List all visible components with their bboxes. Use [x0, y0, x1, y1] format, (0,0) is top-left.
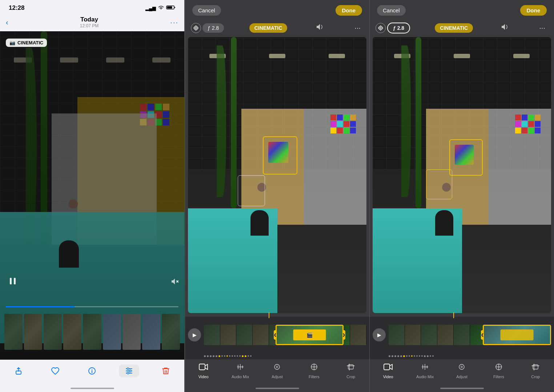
done-button[interactable]: Done: [336, 5, 362, 16]
tracking-box-yellow-3: [426, 169, 452, 199]
bottom-toolbar: [0, 360, 184, 386]
filmstrip-thumb: [83, 314, 101, 350]
photos-viewer-panel: 12:28 ▂▄▆ ‹ Today 12:07 PM ···: [0, 0, 185, 392]
selection-handle-left[interactable]: ❮: [274, 330, 277, 340]
color-panel: [344, 128, 349, 133]
timeline-thumb: [220, 325, 237, 345]
filmstrip-thumb: [123, 314, 141, 350]
svg-rect-42: [384, 364, 390, 370]
tab-audio-mix-3[interactable]: Audio Mix: [414, 363, 436, 379]
tab-filters-3[interactable]: Filters: [488, 363, 510, 379]
scene-light: [329, 54, 345, 58]
video-frame-3[interactable]: [373, 37, 551, 313]
tracking-box-white: [238, 175, 265, 206]
volume-button-3[interactable]: [498, 21, 511, 34]
crop-tab-label-3: Crop: [531, 375, 540, 379]
timeline-dot: [239, 355, 241, 357]
delete-button[interactable]: [156, 364, 176, 377]
back-button[interactable]: ‹: [6, 18, 8, 27]
cancel-button[interactable]: Cancel: [192, 5, 221, 16]
cinematic-mode-button[interactable]: CINEMATIC: [249, 23, 288, 33]
svg-rect-1: [174, 7, 175, 8]
timeline-dot-active: [242, 355, 244, 357]
audio-mix-tab-label: Audio Mix: [232, 375, 249, 379]
adjust-tab-label-3: Adjust: [456, 375, 467, 379]
video-progress[interactable]: [0, 306, 184, 307]
scene-light: [513, 54, 530, 58]
volume-button[interactable]: [313, 21, 326, 34]
wall-color-panels: [330, 115, 356, 133]
more-options-button-3[interactable]: ···: [536, 22, 548, 33]
cinematic-mode-button-3[interactable]: CINEMATIC: [435, 23, 473, 33]
tab-crop[interactable]: Crop: [340, 363, 362, 379]
color-panel: [522, 115, 527, 120]
tab-video[interactable]: Video: [193, 363, 214, 379]
wall-color-panels-3: [515, 115, 541, 133]
crop-tab-icon: [346, 363, 355, 373]
timeline-selection-3[interactable]: ❮: [483, 325, 551, 345]
cinematic-badge: 📷 CINEMATIC: [6, 39, 47, 47]
like-button[interactable]: [45, 364, 65, 377]
plant-vine-3: [416, 37, 421, 208]
wifi-icon: [158, 5, 164, 11]
svg-point-19: [194, 26, 198, 30]
timeline-dot: [213, 355, 214, 357]
timeline-track[interactable]: ❮ ❯ 🎬: [204, 325, 366, 345]
editor-top-bar: Cancel Done: [185, 0, 369, 19]
camera-icon-btn[interactable]: [191, 23, 201, 33]
timeline-dot: [400, 355, 402, 357]
selection-handle-right[interactable]: ❯: [342, 330, 345, 340]
timeline-track-3[interactable]: ❮: [389, 325, 551, 345]
audio-mix-tab-icon: [236, 363, 245, 373]
done-button-3[interactable]: Done: [520, 5, 547, 16]
nav-bar: ‹ Today 12:07 PM ···: [0, 13, 184, 31]
more-button[interactable]: ···: [170, 18, 178, 27]
color-panel: [535, 128, 541, 133]
aperture-button[interactable]: ƒ 2.8: [202, 23, 224, 33]
svg-point-47: [459, 364, 464, 369]
tab-audio-mix[interactable]: Audio Mix: [229, 363, 251, 379]
timeline-dot: [232, 355, 233, 357]
pause-button[interactable]: [9, 277, 17, 287]
filmstrip[interactable]: [0, 314, 184, 350]
scene-lights: [188, 54, 366, 58]
tab-adjust[interactable]: Adjust: [266, 363, 288, 379]
progress-fill: [6, 306, 75, 307]
share-button[interactable]: [8, 364, 29, 377]
timeline-play-button-3[interactable]: ▶: [373, 328, 386, 341]
timeline-dot: [430, 355, 431, 357]
timeline-dot: [392, 355, 393, 357]
more-options-button[interactable]: ···: [352, 22, 364, 33]
volume-off-button[interactable]: [170, 277, 178, 287]
editor-tabs: Video Audio Mix Adjust Filters Crop: [185, 359, 369, 386]
tab-filters[interactable]: Filters: [303, 363, 325, 379]
scene-background-3: [373, 37, 551, 313]
aperture-button-selected[interactable]: ƒ 2.8: [387, 23, 410, 33]
timeline-dot: [234, 355, 236, 357]
camera-icon-btn-3[interactable]: [376, 23, 386, 33]
svg-point-15: [129, 370, 131, 372]
timeline-play-button[interactable]: ▶: [188, 328, 201, 341]
selected-clip-thumb: 🎬: [277, 326, 343, 344]
progress-track: [6, 306, 178, 307]
timeline-selection[interactable]: ❮ ❯ 🎬: [276, 325, 344, 345]
video-frame-2[interactable]: [188, 37, 366, 313]
adjust-button[interactable]: [119, 364, 139, 377]
info-button[interactable]: [82, 364, 102, 377]
tab-crop-3[interactable]: Crop: [525, 363, 546, 379]
timeline-dot: [224, 355, 225, 357]
svg-rect-25: [199, 364, 205, 370]
selection-handle-left-3[interactable]: ❮: [481, 330, 484, 340]
cancel-button-3[interactable]: Cancel: [377, 5, 406, 16]
video-preview[interactable]: 📷 CINEMATIC: [0, 31, 184, 360]
timeline-thumb: [236, 325, 253, 345]
filmstrip-thumb: [63, 314, 81, 350]
tab-adjust-3[interactable]: Adjust: [451, 363, 473, 379]
timeline-thumb: [454, 325, 470, 345]
tab-video-3[interactable]: Video: [377, 363, 399, 379]
color-panel: [330, 121, 336, 127]
timeline-dot-active: [403, 355, 405, 357]
color-panel: [337, 115, 343, 120]
color-panel: [528, 115, 534, 120]
color-panel: [337, 121, 343, 127]
